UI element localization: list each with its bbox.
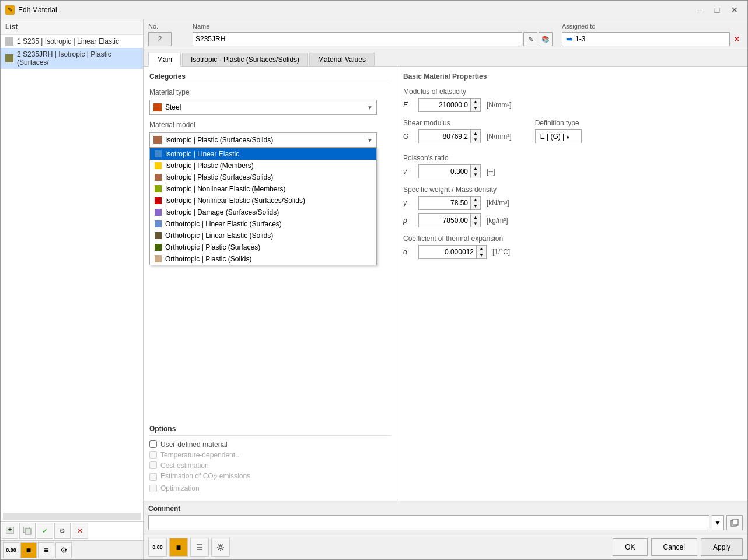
comment-dropdown-button[interactable]: ▼ xyxy=(712,515,724,530)
comment-copy-button[interactable] xyxy=(726,515,743,530)
sidebar: List 1 S235 | Isotropic | Linear Elastic… xyxy=(1,19,144,559)
ok-button[interactable]: OK xyxy=(613,538,647,556)
co2-estimation-checkbox[interactable] xyxy=(149,473,157,481)
cancel-button[interactable]: Cancel xyxy=(651,538,697,556)
value-format-button[interactable]: 0.00 xyxy=(148,538,167,556)
user-defined-label: User-defined material xyxy=(160,440,228,449)
rho-symbol: ρ xyxy=(403,216,415,225)
maximize-button[interactable]: □ xyxy=(709,4,725,16)
no-input[interactable] xyxy=(148,32,172,46)
temp-dependent-checkbox[interactable] xyxy=(149,451,157,459)
assigned-display: ➡ 1-3 xyxy=(562,32,730,46)
gamma-input[interactable] xyxy=(418,196,471,210)
tab-material-values[interactable]: Material Values xyxy=(309,52,375,66)
poisson-section: Poisson's ratio ν ▲ ▼ [--] xyxy=(403,154,742,178)
E-up[interactable]: ▲ xyxy=(471,99,480,105)
shear-left: Shear modulus G ▲ ▼ xyxy=(403,119,512,147)
G-down[interactable]: ▼ xyxy=(471,136,480,143)
left-panel: Categories Material type Steel ▼ xyxy=(144,66,397,501)
dropdown-option-ortho-plastic-surfaces[interactable]: Orthotropic | Plastic (Surfaces) xyxy=(150,242,376,253)
option-color-4 xyxy=(155,186,162,192)
dropdown-option-plastic-members[interactable]: Isotropic | Plastic (Members) xyxy=(150,160,376,172)
G-input-group: ▲ ▼ xyxy=(418,130,481,144)
rho-down[interactable]: ▼ xyxy=(471,220,480,227)
option-color-8 xyxy=(155,232,162,239)
dropdown-option-damage[interactable]: Isotropic | Damage (Surfaces/Solids) xyxy=(150,206,376,218)
book-button[interactable]: 📚 xyxy=(539,32,553,46)
rho-up[interactable]: ▲ xyxy=(471,214,480,220)
dropdown-option-ortho-linear-surfaces[interactable]: Orthotropic | Linear Elastic (Surfaces) xyxy=(150,218,376,230)
def-type-section: Definition type E | (G) | ν xyxy=(535,119,582,144)
top-fields: No. Name ✎ 📚 Assigned to xyxy=(144,19,747,50)
alpha-up[interactable]: ▲ xyxy=(477,246,486,252)
E-input[interactable] xyxy=(418,98,471,112)
E-down[interactable]: ▼ xyxy=(471,105,480,111)
dropdown-option-ortho-linear-solids[interactable]: Orthotropic | Linear Elastic (Solids) xyxy=(150,230,376,242)
clear-button[interactable]: ⚙ xyxy=(55,542,72,558)
v-spinner: ▲ ▼ xyxy=(471,164,481,178)
comment-input[interactable] xyxy=(148,515,709,530)
dropdown-option-nonlinear-surfaces[interactable]: Isotropic | Nonlinear Elastic (Surfaces/… xyxy=(150,195,376,206)
user-defined-checkbox[interactable] xyxy=(149,440,157,448)
sidebar-item-1[interactable]: 1 S235 | Isotropic | Linear Elastic xyxy=(1,35,143,48)
shear-and-deftype: Shear modulus G ▲ ▼ xyxy=(403,119,742,147)
alpha-unit: [1/°C] xyxy=(492,248,510,256)
dropdown-option-plastic-surfaces[interactable]: Isotropic | Plastic (Surfaces/Solids) xyxy=(150,172,376,183)
title-bar: ✎ Edit Material ─ □ ✕ xyxy=(1,1,747,19)
dropdown-option-linear-elastic[interactable]: Isotropic | Linear Elastic xyxy=(150,148,376,160)
add-material-button[interactable]: + xyxy=(2,523,18,539)
apply-button[interactable]: Apply xyxy=(701,538,743,556)
dropdown-option-nonlinear-members[interactable]: Isotropic | Nonlinear Elastic (Members) xyxy=(150,183,376,195)
v-input[interactable] xyxy=(418,164,471,178)
list-button[interactable]: ≡ xyxy=(38,542,54,558)
cost-estimation-checkbox[interactable] xyxy=(149,461,157,469)
sidebar-item-2[interactable]: 2 S235JRH | Isotropic | Plastic (Surface… xyxy=(1,48,143,69)
name-input[interactable] xyxy=(193,32,522,46)
value-display-button[interactable]: 0.00 xyxy=(3,542,19,558)
gamma-up[interactable]: ▲ xyxy=(471,197,480,203)
comment-label: Comment xyxy=(148,505,743,513)
assigned-arrow-icon: ➡ xyxy=(566,34,573,44)
tab-content: Categories Material type Steel ▼ xyxy=(144,66,747,501)
close-button[interactable]: ✕ xyxy=(726,4,743,16)
v-up[interactable]: ▲ xyxy=(471,165,480,172)
title-bar-controls: ─ □ ✕ xyxy=(691,4,743,16)
alpha-down[interactable]: ▼ xyxy=(477,252,486,258)
sidebar-scrollbar[interactable] xyxy=(3,513,141,520)
option-label-2: Isotropic | Plastic (Members) xyxy=(165,162,254,170)
option-color-7 xyxy=(155,220,162,228)
color-swatch-button[interactable]: ■ xyxy=(169,538,188,556)
modulus-section: Modulus of elasticity E ▲ ▼ [N/mm²] xyxy=(403,88,742,112)
title-bar-left: ✎ Edit Material xyxy=(5,5,57,15)
material-model-arrow: ▼ xyxy=(367,137,373,144)
material-model-dropdown[interactable]: Isotropic | Plastic (Surfaces/Solids) ▼ xyxy=(149,132,377,148)
edit-name-button[interactable]: ✎ xyxy=(523,32,537,46)
v-down[interactable]: ▼ xyxy=(471,172,480,178)
cost-estimation-label: Cost estimation xyxy=(160,461,209,470)
color-button[interactable]: ■ xyxy=(20,542,37,558)
duplicate-material-button[interactable] xyxy=(19,523,36,539)
v-symbol: ν xyxy=(403,167,415,176)
material-list-button[interactable] xyxy=(190,538,209,556)
gamma-down[interactable]: ▼ xyxy=(471,203,480,209)
minimize-button[interactable]: ─ xyxy=(691,4,708,16)
settings-material-button[interactable]: ⚙ xyxy=(54,523,71,539)
dropdown-option-ortho-plastic-solids[interactable]: Orthotropic | Plastic (Solids) xyxy=(150,253,376,265)
G-up[interactable]: ▲ xyxy=(471,130,480,136)
G-input[interactable] xyxy=(418,130,471,144)
G-unit: [N/mm²] xyxy=(487,132,512,141)
settings-button[interactable] xyxy=(211,538,230,556)
alpha-input[interactable] xyxy=(418,245,477,259)
optimization-checkbox[interactable] xyxy=(149,485,157,492)
option-label-5: Isotropic | Nonlinear Elastic (Surfaces/… xyxy=(165,197,305,205)
check-button[interactable]: ✓ xyxy=(37,523,53,539)
assigned-input-container: ➡ 1-3 ✕ xyxy=(562,32,743,46)
delete-material-button[interactable]: ✕ xyxy=(72,523,88,539)
material-type-dropdown[interactable]: Steel ▼ xyxy=(149,100,377,115)
name-input-container: ✎ 📚 xyxy=(193,32,553,46)
rho-input[interactable] xyxy=(418,214,471,228)
remove-assigned-button[interactable]: ✕ xyxy=(731,34,743,44)
tab-main[interactable]: Main xyxy=(148,52,181,66)
tab-isotropic[interactable]: Isotropic - Plastic (Surfaces/Solids) xyxy=(182,52,308,66)
material-model-label: Material model xyxy=(149,121,208,129)
